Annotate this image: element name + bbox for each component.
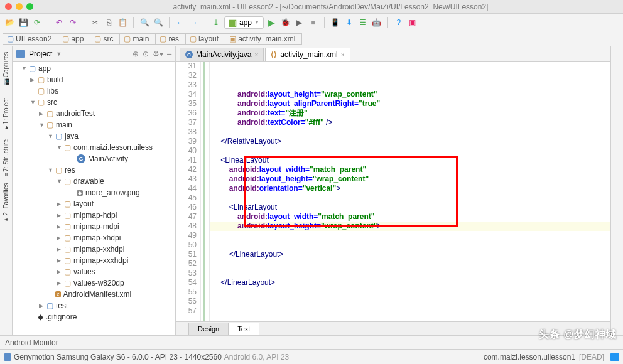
tree-node[interactable]: ◆more_arrow.png xyxy=(13,187,175,198)
chevron-down-icon[interactable]: ▼ xyxy=(56,51,62,57)
ddms-icon[interactable]: ☰ xyxy=(357,17,369,28)
paste-icon[interactable]: 📋 xyxy=(117,17,128,28)
close-tab-icon[interactable]: × xyxy=(254,51,258,58)
back-icon[interactable]: ← xyxy=(175,17,186,28)
device-icon xyxy=(4,353,11,361)
redo-icon[interactable]: ↷ xyxy=(67,17,79,28)
maximize-window[interactable] xyxy=(26,3,33,10)
code-editor[interactable]: 3132333435363738394041424344454647484950… xyxy=(176,62,623,321)
tree-node[interactable]: ▼▢src xyxy=(13,97,175,108)
status-bar: Genymotion Samsung Galaxy S6 - 6.0.0 - A… xyxy=(0,349,623,364)
tool-window-button[interactable]: ≡ 7: Structure xyxy=(3,139,9,176)
breadcrumb-item[interactable]: ▢main xyxy=(119,33,156,45)
tree-node[interactable]: ▼▢app xyxy=(13,63,175,74)
tree-node[interactable]: ▶▢mipmap-xxxhdpi xyxy=(13,255,175,266)
close-tab-icon[interactable]: × xyxy=(341,51,345,58)
breadcrumb-item[interactable]: ▢app xyxy=(58,33,90,45)
fold-column[interactable] xyxy=(201,62,210,321)
editor-area: CMainActivity.java×⟨⟩activity_main.xml× … xyxy=(176,46,623,335)
status-lock-icon[interactable] xyxy=(610,353,619,361)
scroll-to-icon[interactable]: ⊙ xyxy=(143,50,149,58)
tree-node[interactable]: xAndroidManifest.xml xyxy=(13,289,175,300)
android-monitor-header[interactable]: Android Monitor xyxy=(0,335,623,349)
breadcrumbs: ▢UILesson2▢app▢src▢main▢res▢layout▣activ… xyxy=(0,31,623,46)
project-tree[interactable]: ▼▢app▶▢build▢libs▼▢src▶▢androidTest▼▢mai… xyxy=(13,62,175,335)
window-titlebar: activity_main.xml - UILesson2 - [~/Docum… xyxy=(0,0,623,14)
tool-window-button[interactable]: ▸ 1: Project xyxy=(3,98,9,129)
undo-icon[interactable]: ↶ xyxy=(53,17,65,28)
status-state: [DEAD] xyxy=(579,353,604,361)
stop-icon[interactable]: ■ xyxy=(308,17,319,28)
status-process[interactable]: com.maizi.lesson.uilesson1 xyxy=(484,353,575,361)
save-icon[interactable]: 💾 xyxy=(18,17,29,28)
run-config-selector[interactable]: ▣ app ▼ xyxy=(224,16,264,29)
sync-icon[interactable]: ⟳ xyxy=(31,17,43,28)
breadcrumb-item[interactable]: ▢res xyxy=(155,33,186,45)
make-icon[interactable]: ⤓ xyxy=(210,17,222,28)
project-panel-title: Project xyxy=(29,50,52,58)
breadcrumb-item[interactable]: ▢UILesson2 xyxy=(3,33,58,45)
tree-node[interactable]: ▢libs xyxy=(13,85,175,97)
close-window[interactable] xyxy=(5,3,12,10)
genymotion-icon[interactable]: ▣ xyxy=(407,17,418,28)
tree-node[interactable]: ▶▢mipmap-mdpi xyxy=(13,221,175,232)
tree-node[interactable]: ▼▢com.maizi.lesson.uiless xyxy=(13,142,175,153)
run-config-label: app xyxy=(239,18,252,27)
project-icon xyxy=(16,50,25,58)
copy-icon[interactable]: ⎘ xyxy=(103,17,114,28)
breadcrumb-item[interactable]: ▣activity_main.xml xyxy=(225,33,302,45)
tree-node[interactable]: ▼▢res xyxy=(13,164,175,176)
main-toolbar: 📂 💾 ⟳ ↶ ↷ ✂ ⎘ 📋 🔍 🔍 ← → ⤓ ▣ app ▼ ▶ 🐞 ▶ … xyxy=(0,14,623,31)
debug-icon[interactable]: 🐞 xyxy=(280,17,291,28)
tree-node[interactable]: ▶▢androidTest xyxy=(13,108,175,119)
tree-node[interactable]: ▶▢values xyxy=(13,266,175,277)
forward-icon[interactable]: → xyxy=(188,17,200,28)
sdk-icon[interactable]: ⬇ xyxy=(344,17,355,28)
tree-node[interactable]: ▼▢java xyxy=(13,131,175,142)
tree-node[interactable]: ◆.gitignore xyxy=(13,311,175,323)
tool-window-button[interactable]: ★ 2: Favorites xyxy=(3,183,9,222)
line-number-gutter: 3132333435363738394041424344454647484950… xyxy=(176,62,201,321)
minimize-window[interactable] xyxy=(16,3,23,10)
tree-node[interactable]: ▶▢mipmap-xhdpi xyxy=(13,232,175,244)
replace-icon[interactable]: 🔍 xyxy=(153,17,164,28)
tree-node[interactable]: ▶▢mipmap-hdpi xyxy=(13,210,175,221)
status-device: Genymotion Samsung Galaxy S6 - 6.0.0 - A… xyxy=(14,353,222,361)
attach-icon[interactable]: ▶ xyxy=(294,17,305,28)
code-body[interactable]: android:layout_height="wrap_content" and… xyxy=(210,62,623,321)
status-os: Android 6.0, API 23 xyxy=(224,353,289,361)
editor-tab[interactable]: CMainActivity.java× xyxy=(180,48,264,61)
open-icon[interactable]: 📂 xyxy=(4,17,15,28)
breadcrumb-item[interactable]: ▢src xyxy=(90,33,120,45)
left-tool-strip: 📷 Captures▸ 1: Project≡ 7: Structure★ 2:… xyxy=(0,46,13,335)
watermark: 头条 @梦幻神域 xyxy=(539,328,617,341)
right-tool-strip xyxy=(610,46,623,335)
chevron-down-icon: ▼ xyxy=(254,19,259,25)
tree-node[interactable]: ▼▢drawable xyxy=(13,176,175,187)
tree-node[interactable]: ▶▢layout xyxy=(13,198,175,210)
avd-icon[interactable]: 📱 xyxy=(330,17,341,28)
tree-node[interactable]: ▶▢mipmap-xxhdpi xyxy=(13,244,175,255)
tab-design[interactable]: Design xyxy=(188,323,229,335)
help-icon[interactable]: ? xyxy=(393,17,404,28)
editor-tab[interactable]: ⟨⟩activity_main.xml× xyxy=(265,48,350,61)
project-panel-header: Project ▼ ⊕ ⊙ ⚙▾ ⎼ xyxy=(13,46,175,62)
collapse-icon[interactable]: ⊕ xyxy=(133,50,139,58)
hide-icon[interactable]: ⎼ xyxy=(167,50,171,58)
editor-tabs: CMainActivity.java×⟨⟩activity_main.xml× xyxy=(176,46,623,62)
tab-text[interactable]: Text xyxy=(228,323,259,335)
tree-node[interactable]: ▶▢test xyxy=(13,300,175,311)
tree-node[interactable]: ▶▢values-w820dp xyxy=(13,277,175,289)
tree-node[interactable]: CMainActivity xyxy=(13,153,175,164)
run-icon[interactable]: ▶ xyxy=(266,17,278,28)
android-robot-icon[interactable]: 🤖 xyxy=(371,17,382,28)
device-selector[interactable]: Genymotion Samsung Galaxy S6 - 6.0.0 - A… xyxy=(4,353,480,361)
cut-icon[interactable]: ✂ xyxy=(89,17,100,28)
tree-node[interactable]: ▶▢build xyxy=(13,74,175,85)
breadcrumb-item[interactable]: ▢layout xyxy=(185,33,225,45)
window-title: activity_main.xml - UILesson2 - [~/Docum… xyxy=(38,3,623,11)
tree-node[interactable]: ▼▢main xyxy=(13,119,175,131)
gear-icon[interactable]: ⚙▾ xyxy=(153,50,163,58)
find-icon[interactable]: 🔍 xyxy=(139,17,150,28)
tool-window-button[interactable]: 📷 Captures xyxy=(3,52,9,86)
